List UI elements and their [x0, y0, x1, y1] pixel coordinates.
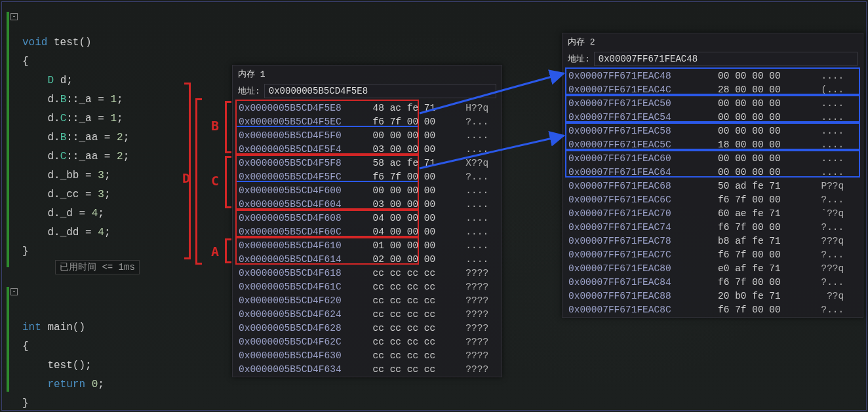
memory-row[interactable]: 0x0000005B5CD4F624 cc cc cc cc ????	[233, 308, 502, 322]
fold-icon[interactable]: -	[10, 13, 18, 20]
memory-bytes: 58 ac fe 71	[365, 157, 452, 170]
memory-ascii: ?...	[452, 115, 502, 129]
memory-row[interactable]: 0x00007FF671FEAC5C 18 00 00 00 ....	[562, 138, 863, 152]
memory-row[interactable]: 0x0000005B5CD4F61C cc cc cc cc ????	[233, 280, 502, 294]
memory-ascii: ....	[452, 253, 502, 267]
address-input[interactable]	[264, 84, 496, 98]
code-editor[interactable]: void test() { D d; d.B::_a = 1; d.C::_a …	[22, 14, 129, 412]
memory-bytes: cc cc cc cc	[365, 363, 452, 377]
memory-ascii: ....	[452, 143, 502, 157]
memory-bytes: 04 00 00 00	[365, 225, 452, 239]
label-c: C	[211, 173, 219, 189]
memory-row[interactable]: 0x00007FF671FEAC7C f6 7f 00 00 ?...	[562, 248, 863, 262]
memory-ascii: (...	[807, 83, 863, 97]
memory-ascii: ....	[807, 111, 863, 124]
memory-bytes: cc cc cc cc	[365, 267, 452, 280]
memory-bytes: cc cc cc cc	[365, 294, 452, 308]
keyword: void	[22, 37, 47, 48]
memory-row[interactable]: 0x00007FF671FEAC8C f6 7f 00 00 ?...	[562, 303, 863, 317]
memory-row[interactable]: 0x0000005B5CD4F630 cc cc cc cc ????	[233, 349, 502, 363]
memory-row[interactable]: 0x00007FF671FEAC68 50 ad fe 71 P??q	[562, 179, 863, 193]
memory-row[interactable]: 0x00007FF671FEAC74 f6 7f 00 00 ?...	[562, 221, 863, 234]
codelens-timing[interactable]: 已用时间 <= 1ms	[55, 260, 140, 274]
memory-row[interactable]: 0x00007FF671FEAC6C f6 7f 00 00 ?...	[562, 193, 863, 207]
memory-address: 0x0000005B5CD4F5F8	[233, 157, 365, 170]
memory-ascii: X??q	[452, 157, 502, 170]
memory-row[interactable]: 0x00007FF671FEAC78 b8 af fe 71 ???q	[562, 234, 863, 248]
memory-row[interactable]: 0x00007FF671FEAC70 60 ae fe 71 `??q	[562, 207, 863, 221]
memory-row[interactable]: 0x0000005B5CD4F5F0 00 00 00 00 ....	[233, 129, 502, 143]
memory-row[interactable]: 0x0000005B5CD4F618 cc cc cc cc ????	[233, 267, 502, 280]
memory-bytes: f6 7f 00 00	[709, 248, 807, 262]
memory-ascii: ????	[452, 267, 502, 280]
memory-row[interactable]: 0x00007FF671FEAC84 f6 7f 00 00 ?...	[562, 276, 863, 290]
memory-row[interactable]: 0x00007FF671FEAC88 20 b0 fe 71 ??q	[562, 290, 863, 303]
memory-ascii: P??q	[807, 179, 863, 193]
memory-address: 0x00007FF671FEAC60	[562, 152, 709, 166]
memory-address: 0x00007FF671FEAC50	[562, 97, 709, 111]
memory-bytes: cc cc cc cc	[365, 280, 452, 294]
memory-ascii: ????	[452, 280, 502, 294]
memory-address: 0x0000005B5CD4F5EC	[233, 115, 365, 129]
memory-row[interactable]: 0x0000005B5CD4F604 03 00 00 00 ....	[233, 198, 502, 212]
memory-row[interactable]: 0x00007FF671FEAC60 00 00 00 00 ....	[562, 152, 863, 166]
memory-row[interactable]: 0x00007FF671FEAC80 e0 af fe 71 ???q	[562, 262, 863, 276]
memory-row[interactable]: 0x0000005B5CD4F614 02 00 00 00 ....	[233, 253, 502, 267]
memory-row[interactable]: 0x0000005B5CD4F5E8 48 ac fe 71 H??q	[233, 102, 502, 115]
memory-address: 0x0000005B5CD4F608	[233, 212, 365, 225]
memory-row[interactable]: 0x0000005B5CD4F628 cc cc cc cc ????	[233, 322, 502, 335]
memory-row[interactable]: 0x0000005B5CD4F5EC f6 7f 00 00 ?...	[233, 115, 502, 129]
memory-table[interactable]: 0x00007FF671FEAC48 00 00 00 00 ....0x000…	[562, 69, 863, 317]
memory-ascii: ????	[452, 349, 502, 363]
memory-ascii: `??q	[807, 207, 863, 221]
memory-address: 0x00007FF671FEAC48	[562, 69, 709, 83]
memory-ascii: ....	[807, 166, 863, 179]
label-b: B	[211, 118, 219, 134]
memory-address: 0x0000005B5CD4F60C	[233, 225, 365, 239]
memory-row[interactable]: 0x0000005B5CD4F5F8 58 ac fe 71 X??q	[233, 157, 502, 170]
editor-gutter: - -	[4, 4, 18, 408]
memory-address: 0x00007FF671FEAC58	[562, 124, 709, 138]
memory-row[interactable]: 0x00007FF671FEAC50 00 00 00 00 ....	[562, 97, 863, 111]
memory-table[interactable]: 0x0000005B5CD4F5E8 48 ac fe 71 H??q0x000…	[233, 102, 502, 377]
memory-address: 0x0000005B5CD4F5F4	[233, 143, 365, 157]
memory-address: 0x00007FF671FEAC84	[562, 276, 709, 290]
memory-row[interactable]: 0x0000005B5CD4F634 cc cc cc cc ????	[233, 363, 502, 377]
memory-address: 0x0000005B5CD4F5FC	[233, 170, 365, 184]
memory-address: 0x00007FF671FEAC54	[562, 111, 709, 124]
memory-address: 0x0000005B5CD4F628	[233, 322, 365, 335]
memory-row[interactable]: 0x0000005B5CD4F60C 04 00 00 00 ....	[233, 225, 502, 239]
fold-icon[interactable]: -	[10, 288, 18, 295]
memory-bytes: 00 00 00 00	[709, 69, 807, 83]
memory-bytes: 03 00 00 00	[365, 198, 452, 212]
memory-panel-title: 内存 1	[233, 66, 502, 83]
memory-row[interactable]: 0x0000005B5CD4F608 04 00 00 00 ....	[233, 212, 502, 225]
memory-row[interactable]: 0x0000005B5CD4F620 cc cc cc cc ????	[233, 294, 502, 308]
memory-row[interactable]: 0x0000005B5CD4F5F4 03 00 00 00 ....	[233, 143, 502, 157]
memory-ascii: ....	[807, 69, 863, 83]
memory-ascii: ????	[452, 363, 502, 377]
memory-row[interactable]: 0x0000005B5CD4F5FC f6 7f 00 00 ?...	[233, 170, 502, 184]
memory-ascii: ?...	[452, 170, 502, 184]
memory-row[interactable]: 0x0000005B5CD4F600 00 00 00 00 ....	[233, 184, 502, 198]
memory-row[interactable]: 0x00007FF671FEAC48 00 00 00 00 ....	[562, 69, 863, 83]
memory-ascii: ....	[807, 124, 863, 138]
memory-ascii: ....	[452, 129, 502, 143]
memory-address: 0x00007FF671FEAC74	[562, 221, 709, 234]
memory-row[interactable]: 0x00007FF671FEAC4C 28 00 00 00 (...	[562, 83, 863, 97]
memory-row[interactable]: 0x00007FF671FEAC54 00 00 00 00 ....	[562, 111, 863, 124]
memory-ascii: ????	[452, 294, 502, 308]
address-input[interactable]	[594, 52, 858, 66]
memory-row[interactable]: 0x00007FF671FEAC58 00 00 00 00 ....	[562, 124, 863, 138]
memory-address: 0x00007FF671FEAC80	[562, 262, 709, 276]
memory-bytes: 48 ac fe 71	[365, 102, 452, 115]
memory-bytes: 00 00 00 00	[709, 111, 807, 124]
memory-row[interactable]: 0x0000005B5CD4F62C cc cc cc cc ????	[233, 335, 502, 349]
memory-ascii: ????	[452, 335, 502, 349]
memory-address: 0x00007FF671FEAC4C	[562, 83, 709, 97]
memory-row[interactable]: 0x0000005B5CD4F610 01 00 00 00 ....	[233, 239, 502, 253]
memory-row[interactable]: 0x00007FF671FEAC64 00 00 00 00 ....	[562, 166, 863, 179]
memory-address: 0x0000005B5CD4F630	[233, 349, 365, 363]
memory-ascii: ....	[807, 97, 863, 111]
memory-address: 0x0000005B5CD4F62C	[233, 335, 365, 349]
